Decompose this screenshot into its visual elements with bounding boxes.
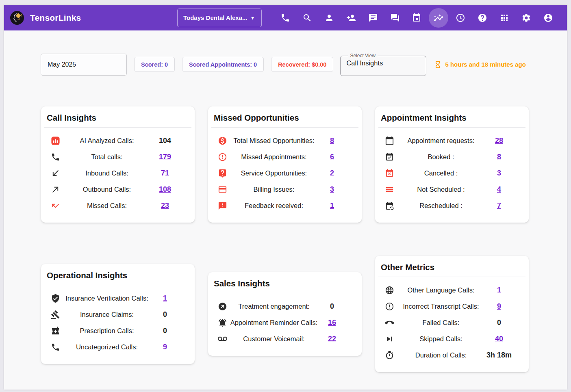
calendar-icon[interactable] — [407, 8, 426, 28]
select-view-value: Call Insights — [346, 59, 420, 67]
metric-label: Service Opportunities: — [230, 169, 318, 177]
inbound-call-icon — [51, 169, 63, 178]
metric-label: Not Scheduled : — [397, 186, 485, 193]
calendar-icon — [385, 136, 397, 145]
brand: TensorLinks — [10, 11, 177, 25]
metric-label: AI Analyzed Calls: — [63, 137, 151, 145]
metric-row: Booked :8 — [378, 149, 525, 165]
error-outline-icon — [218, 152, 230, 162]
card-other-metrics: Other Metrics Other Language Calls:1Inco… — [375, 256, 529, 372]
metric-value-link[interactable]: 6 — [318, 153, 346, 161]
menu-lines-icon — [385, 185, 397, 194]
metric-value-link[interactable]: 1 — [318, 201, 346, 210]
select-view-dropdown[interactable]: Select View Call Insights — [340, 53, 426, 76]
metric-row: Appointment requests:28 — [378, 132, 525, 149]
metric-label: Treatment engagement: — [230, 303, 318, 310]
metric-label: Total calls: — [63, 153, 151, 161]
settings-gear-icon[interactable] — [517, 8, 536, 28]
search-icon[interactable] — [297, 8, 317, 28]
metric-value-link[interactable]: 108 — [151, 185, 179, 194]
metric-value-link[interactable]: 8 — [485, 153, 513, 161]
calendar-check-icon — [385, 152, 397, 162]
outbound-call-icon — [51, 185, 63, 194]
metric-row: Inbound Calls:71 — [44, 165, 191, 181]
insights-icon[interactable] — [429, 8, 448, 28]
skip-next-icon — [385, 334, 397, 344]
metric-value: 0 — [151, 327, 179, 335]
phone-down-icon — [385, 318, 397, 327]
card-sales-insights: Sales Insights Treatment engagement:0App… — [208, 272, 362, 356]
chat-icon[interactable] — [363, 8, 383, 28]
person-icon[interactable] — [319, 8, 339, 28]
gavel-icon — [51, 310, 63, 319]
metric-row: Rescheduled :7 — [378, 197, 525, 214]
metric-row: Missed Appointments:6 — [211, 149, 358, 165]
metric-label: Prescription Calls: — [63, 327, 151, 335]
hourglass-icon — [434, 60, 442, 69]
metric-label: Appointment Reminder Calls: — [230, 319, 318, 327]
forum-icon[interactable] — [385, 8, 405, 28]
metric-row: Missed Calls:23 — [44, 197, 191, 214]
scored-chip: Scored: 0 — [134, 57, 175, 72]
card-appointment-insights: Appointment Insights Appointment request… — [375, 106, 529, 223]
metric-value: 0 — [485, 318, 513, 327]
phone-icon — [51, 152, 63, 162]
metric-label: Uncategorized Calls: — [63, 343, 151, 351]
brand-logo-icon — [10, 11, 24, 25]
metric-row: Insurance Verification Calls:1 — [44, 290, 191, 306]
person-add-icon[interactable] — [341, 8, 361, 28]
select-view-label: Select View — [348, 53, 377, 58]
metric-value-link[interactable]: 2 — [318, 169, 346, 178]
metric-row: Billing Issues:3 — [211, 181, 358, 197]
metric-value-link[interactable]: 4 — [485, 185, 513, 194]
help-icon[interactable] — [473, 8, 492, 28]
feedback-bubble-icon — [218, 201, 230, 210]
metric-label: Missed Appointments: — [230, 153, 318, 161]
metric-value-link[interactable]: 7 — [485, 201, 513, 210]
month-picker-input[interactable] — [41, 54, 127, 76]
metric-label: Incorrect Transcript Calls: — [397, 303, 485, 310]
metric-row: Other Language Calls:1 — [378, 282, 525, 298]
card-operational-insights: Operational Insights Insurance Verificat… — [41, 264, 195, 364]
phone-icon[interactable] — [276, 8, 295, 28]
apps-grid-icon[interactable] — [495, 8, 514, 28]
metric-row: Treatment engagement:0 — [211, 298, 358, 314]
metric-value-link[interactable]: 28 — [485, 136, 513, 145]
brand-name: TensorLinks — [30, 13, 81, 23]
account-circle-icon[interactable] — [538, 8, 558, 28]
metric-value-link[interactable]: 179 — [151, 153, 179, 161]
clock-icon[interactable] — [451, 8, 470, 28]
globe-icon — [385, 286, 397, 295]
metric-value-link[interactable]: 3 — [318, 185, 346, 194]
filter-bar: Scored: 0 Scored Appointments: 0 Recover… — [41, 53, 567, 76]
metric-value-link[interactable]: 40 — [485, 335, 513, 343]
credit-card-icon — [218, 185, 230, 194]
card-call-insights: Call Insights AI Analyzed Calls:104Total… — [41, 106, 195, 223]
metric-row: Insurance Claims:0 — [44, 306, 191, 323]
metric-row: Uncategorized Calls:9 — [44, 339, 191, 355]
metric-label: Other Language Calls: — [397, 286, 485, 294]
shield-check-icon — [51, 294, 63, 303]
metric-value-link[interactable]: 9 — [485, 302, 513, 311]
metric-value-link[interactable]: 16 — [318, 318, 346, 327]
metric-value-link[interactable]: 1 — [151, 294, 179, 303]
metric-value-link[interactable]: 3 — [485, 169, 513, 178]
metric-value-link[interactable]: 23 — [151, 201, 179, 210]
metric-label: Booked : — [397, 153, 485, 161]
metric-value-link[interactable]: 8 — [318, 136, 346, 145]
metric-value-link[interactable]: 71 — [151, 169, 179, 178]
metric-value: 104 — [151, 136, 179, 145]
metric-value-link[interactable]: 9 — [151, 343, 179, 351]
bell-ring-icon — [218, 318, 230, 327]
metric-row: Total Missed Opportunities:8 — [211, 132, 358, 149]
metric-row: AI Analyzed Calls:104 — [44, 132, 191, 149]
metric-label: Duration of Calls: — [397, 351, 485, 359]
location-selector-dropdown[interactable]: Todays Dental Alexa... ▾ — [177, 9, 262, 27]
card-title: Appointment Insights — [378, 106, 525, 127]
location-selector-label: Todays Dental Alexa... — [183, 14, 248, 21]
metric-value: 0 — [151, 310, 179, 319]
analytics-badge-icon — [51, 136, 63, 145]
metric-value-link[interactable]: 1 — [485, 286, 513, 295]
metric-value-link[interactable]: 22 — [318, 335, 346, 343]
metric-row: Skipped Calls:40 — [378, 331, 525, 347]
